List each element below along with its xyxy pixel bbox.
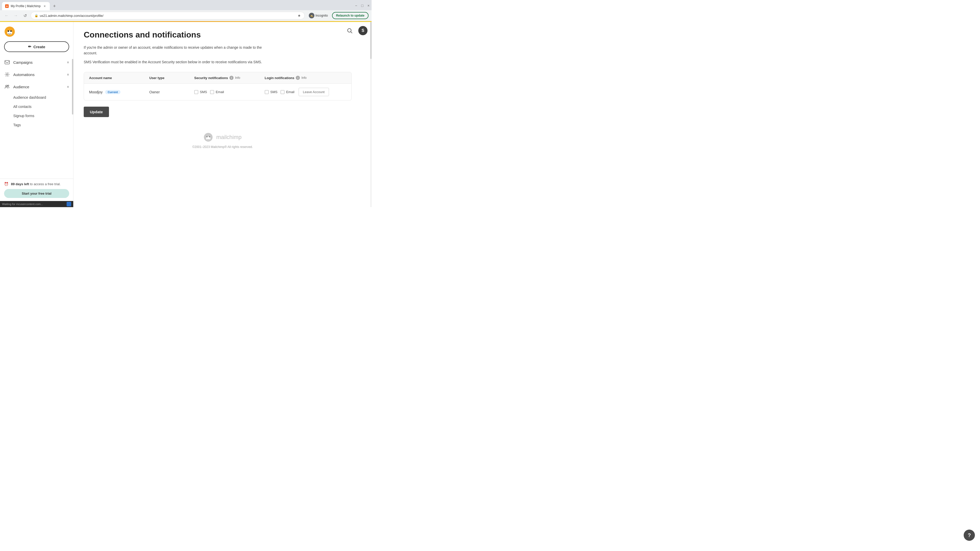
refresh-button[interactable]: ↺	[21, 12, 29, 19]
url-text: us21.admin.mailchimp.com/account/profile…	[40, 14, 103, 17]
campaigns-icon	[4, 59, 10, 65]
sidebar: ✏ Create Campaigns ∨ Automations ∨	[0, 22, 73, 207]
leave-account-button[interactable]: Leave Account	[299, 88, 329, 96]
relaunch-button[interactable]: Relaunch to update	[332, 12, 369, 19]
table-row: Moodjoy Current Owner SMS Email	[84, 84, 352, 100]
bookmark-icon[interactable]: ★	[298, 14, 301, 17]
security-sms-label: SMS	[200, 90, 207, 94]
trial-banner: ⏰ 89 days left to access a free trial. S…	[0, 179, 73, 201]
svg-point-5	[6, 74, 8, 75]
update-section: Update	[84, 106, 361, 117]
account-name-cell: Moodjoy Current	[89, 90, 145, 94]
forward-button[interactable]: →	[12, 12, 19, 19]
app-layout: ✏ Create Campaigns ∨ Automations ∨	[0, 22, 372, 207]
mailchimp-logo[interactable]	[4, 26, 15, 37]
start-trial-button[interactable]: Start your free trial	[4, 189, 69, 198]
security-sms-group: SMS	[194, 90, 207, 94]
lock-icon: 🔒	[35, 14, 38, 17]
svg-point-3	[10, 30, 12, 32]
login-email-checkbox[interactable]	[280, 90, 285, 94]
address-bar: ← → ↺ 🔒 us21.admin.mailchimp.com/account…	[0, 10, 372, 21]
login-sms-checkbox[interactable]	[265, 90, 269, 94]
search-button[interactable]	[345, 26, 354, 35]
security-col-label: Security notifications	[194, 76, 228, 80]
clock-icon: ⏰	[4, 182, 8, 186]
incognito-icon: 🕵	[309, 13, 314, 18]
status-bar: Waiting for mcusercontent.com...	[0, 201, 73, 207]
tab-bar: M My Profile | Mailchimp × + − □ ×	[0, 0, 372, 10]
incognito-button[interactable]: 🕵 Incognito	[307, 12, 330, 19]
user-type-col-label: User type	[149, 76, 164, 80]
sidebar-item-audience-dashboard[interactable]: Audience dashboard	[0, 93, 73, 102]
signup-forms-label: Signup forms	[13, 114, 34, 118]
login-sms-label: SMS	[270, 90, 277, 94]
automations-chevron-icon: ∨	[67, 73, 69, 76]
url-bar[interactable]: 🔒 us21.admin.mailchimp.com/account/profi…	[30, 12, 305, 19]
svg-point-13	[209, 136, 210, 138]
trial-text: 89 days left to access a free trial.	[11, 182, 60, 186]
security-notifications-cell: SMS Email	[194, 90, 261, 94]
close-window-button[interactable]: ×	[368, 3, 369, 8]
sidebar-item-audience[interactable]: Audience ∧	[0, 81, 73, 93]
main-content: S Connections and notifications If you'r…	[73, 22, 372, 207]
maximize-button[interactable]: □	[361, 3, 363, 8]
tab-favicon: M	[5, 4, 9, 8]
back-button[interactable]: ←	[3, 12, 10, 19]
footer-logo-icon	[204, 132, 213, 142]
security-email-checkbox[interactable]	[210, 90, 214, 94]
minimize-button[interactable]: −	[355, 3, 357, 8]
sidebar-item-all-contacts[interactable]: All contacts	[0, 102, 73, 111]
account-name-value: Moodjoy	[89, 90, 103, 94]
sidebar-item-automations[interactable]: Automations ∨	[0, 68, 73, 81]
update-button[interactable]: Update	[84, 106, 109, 117]
notifications-table: Account name User type Security notifica…	[84, 72, 352, 100]
sidebar-item-campaigns[interactable]: Campaigns ∨	[0, 56, 73, 68]
login-info-label: Info	[301, 76, 307, 79]
main-scrollbar[interactable]	[370, 22, 372, 207]
page-title: Connections and notifications	[84, 30, 361, 40]
footer-brand-text: mailchimp	[216, 134, 242, 141]
security-info-label: Info	[235, 76, 240, 79]
tab-close-button[interactable]: ×	[43, 4, 47, 8]
current-badge: Current	[105, 90, 121, 94]
sidebar-top	[0, 22, 73, 41]
create-button[interactable]: ✏ Create	[4, 41, 69, 52]
nav-items: Campaigns ∨ Automations ∨ Audience ∧	[0, 56, 73, 179]
svg-point-7	[8, 85, 9, 86]
automations-label: Automations	[13, 73, 64, 77]
new-tab-button[interactable]: +	[51, 3, 58, 10]
svg-point-2	[8, 30, 9, 32]
svg-point-8	[348, 29, 351, 32]
active-tab[interactable]: M My Profile | Mailchimp ×	[2, 2, 50, 10]
status-text: Waiting for mcusercontent.com...	[2, 203, 43, 206]
login-notif-group: SMS Email	[265, 90, 294, 94]
svg-point-12	[207, 136, 208, 138]
column-login-notifications: Login notifications i Info	[265, 76, 346, 80]
security-sms-checkbox[interactable]	[194, 90, 198, 94]
login-info-icon[interactable]: i	[296, 76, 300, 80]
all-contacts-label: All contacts	[13, 105, 32, 109]
browser-actions: 🕵 Incognito Relaunch to update	[307, 12, 369, 19]
campaigns-label: Campaigns	[13, 60, 64, 65]
security-email-label: Email	[216, 90, 224, 94]
profile-avatar[interactable]: S	[358, 26, 368, 35]
sidebar-item-signup-forms[interactable]: Signup forms	[0, 111, 73, 121]
tab-title: My Profile | Mailchimp	[11, 4, 41, 8]
security-info-icon[interactable]: i	[229, 76, 234, 80]
pencil-icon: ✏	[28, 44, 32, 49]
campaigns-chevron-icon: ∨	[67, 60, 69, 64]
login-email-label: Email	[286, 90, 294, 94]
login-notifications-cell: SMS Email Leave Account	[265, 88, 346, 96]
audience-chevron-icon: ∧	[67, 85, 69, 89]
main-header-icons: S	[345, 26, 368, 35]
sidebar-item-tags[interactable]: Tags	[0, 121, 73, 130]
audience-submenu: Audience dashboard All contacts Signup f…	[0, 93, 73, 130]
audience-icon	[4, 84, 10, 90]
audience-label: Audience	[13, 85, 64, 89]
automations-icon	[4, 71, 10, 78]
column-user-type: User type	[149, 76, 190, 80]
sidebar-scrollbar[interactable]	[72, 22, 73, 207]
login-col-label: Login notifications	[265, 76, 294, 80]
incognito-label: Incognito	[315, 14, 328, 17]
svg-point-6	[6, 85, 7, 87]
